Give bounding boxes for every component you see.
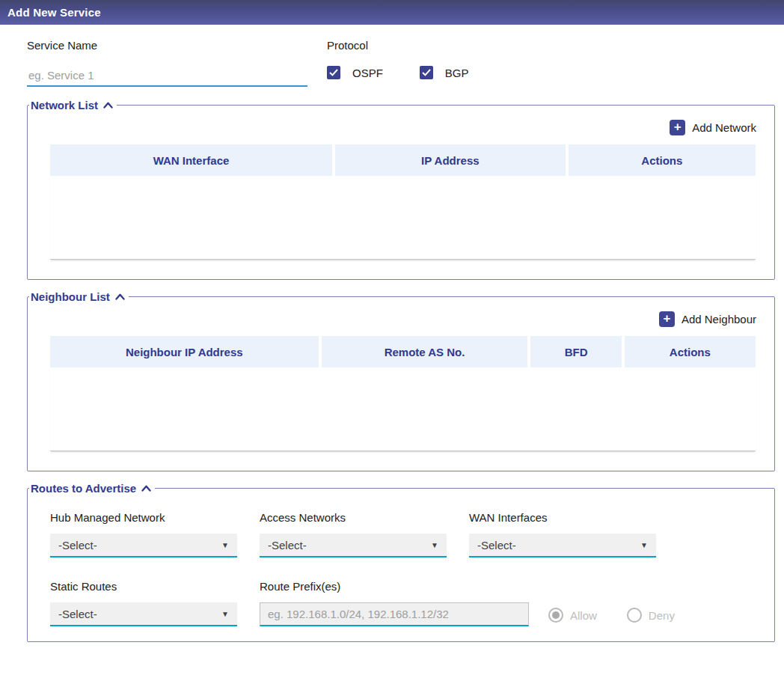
routes-collapse-icon[interactable] (141, 485, 151, 492)
network-list-title: Network List (31, 99, 98, 112)
dropdown-arrow-icon: ▼ (221, 541, 229, 549)
routes-legend: Routes to Advertise (29, 482, 155, 495)
form-body: Service Name Protocol OSPF (0, 25, 784, 642)
dialog-title: Add New Service (7, 6, 101, 19)
hub-managed-network-label: Hub Managed Network (50, 511, 237, 524)
allow-radio-label: Allow (570, 609, 597, 622)
network-list-collapse-icon[interactable] (103, 102, 113, 109)
column-header-bfd: BFD (530, 336, 621, 367)
service-protocol-row: Service Name Protocol OSPF (27, 39, 775, 87)
route-prefixes-field: Route Prefix(es) (260, 580, 529, 626)
static-routes-select[interactable]: -Select- ▼ (50, 602, 237, 626)
plus-icon: + (659, 311, 675, 327)
deny-radio-option[interactable]: Deny (627, 608, 675, 623)
service-name-input[interactable] (27, 67, 307, 87)
hub-managed-network-field: Hub Managed Network -Select- ▼ (50, 511, 237, 558)
neighbour-table-body-empty (50, 367, 756, 451)
add-neighbour-button[interactable]: + Add Neighbour (659, 311, 756, 327)
ospf-checkbox-option[interactable]: OSPF (327, 66, 383, 79)
add-network-button[interactable]: + Add Network (670, 120, 756, 135)
deny-radio[interactable] (627, 608, 642, 623)
plus-icon: + (670, 120, 685, 135)
protocol-options: OSPF BGP (327, 66, 506, 79)
neighbour-table-header: Neighbour IP Address Remote AS No. BFD A… (50, 336, 756, 367)
ospf-checkbox[interactable] (327, 66, 340, 79)
routes-row-1: Hub Managed Network -Select- ▼ Access Ne… (50, 511, 774, 558)
dropdown-arrow-icon: ▼ (221, 610, 229, 618)
network-list-legend: Network List (29, 99, 117, 112)
access-networks-value: -Select- (268, 539, 307, 552)
column-header-ip-address: IP Address (335, 144, 566, 176)
protocol-field: Protocol OSPF BGP (327, 39, 506, 87)
access-networks-label: Access Networks (260, 511, 447, 524)
bgp-checkbox[interactable] (420, 66, 433, 79)
network-table-body-empty (50, 176, 756, 260)
bgp-checkbox-option[interactable]: BGP (420, 66, 469, 79)
service-name-label: Service Name (27, 39, 327, 52)
bgp-checkbox-label: BGP (445, 67, 469, 79)
wan-interfaces-value: -Select- (477, 539, 516, 552)
network-table-header: WAN Interface IP Address Actions (50, 144, 756, 176)
network-list-toolbar: + Add Network (28, 112, 774, 135)
checkmark-icon (422, 69, 431, 76)
static-routes-value: -Select- (58, 608, 97, 620)
column-header-actions: Actions (625, 336, 756, 367)
add-network-label: Add Network (692, 121, 756, 134)
add-neighbour-label: Add Neighbour (682, 313, 756, 326)
dropdown-arrow-icon: ▼ (640, 541, 648, 549)
routes-to-advertise-section: Routes to Advertise Hub Managed Network … (27, 482, 775, 642)
ospf-checkbox-label: OSPF (352, 67, 383, 79)
hub-managed-network-select[interactable]: -Select- ▼ (50, 534, 237, 558)
neighbour-list-collapse-icon[interactable] (115, 293, 125, 300)
radio-selected-dot (552, 611, 560, 619)
static-routes-field: Static Routes -Select- ▼ (50, 580, 237, 626)
column-header-remote-as: Remote AS No. (322, 336, 528, 367)
neighbour-list-toolbar: + Add Neighbour (28, 303, 774, 327)
route-prefixes-label: Route Prefix(es) (260, 580, 529, 593)
dialog-header: Add New Service (0, 0, 784, 25)
column-header-actions: Actions (569, 144, 756, 176)
protocol-label: Protocol (327, 39, 506, 52)
wan-interfaces-field: WAN Interfaces -Select- ▼ (469, 511, 656, 558)
policy-radio-group: Allow Deny (548, 580, 705, 626)
neighbour-list-title: Neighbour List (31, 290, 110, 303)
routes-row-2: Static Routes -Select- ▼ Route Prefix(es… (50, 580, 774, 626)
neighbour-list-legend: Neighbour List (29, 290, 129, 303)
allow-radio[interactable] (548, 608, 563, 623)
routes-title: Routes to Advertise (31, 482, 136, 495)
wan-interfaces-label: WAN Interfaces (469, 511, 656, 524)
access-networks-field: Access Networks -Select- ▼ (260, 511, 447, 558)
static-routes-label: Static Routes (50, 580, 237, 593)
neighbour-list-section: Neighbour List + Add Neighbour Neighbour… (27, 290, 775, 471)
neighbour-table: Neighbour IP Address Remote AS No. BFD A… (50, 336, 756, 451)
column-header-neighbour-ip: Neighbour IP Address (50, 336, 319, 367)
routes-form: Hub Managed Network -Select- ▼ Access Ne… (28, 495, 774, 641)
checkmark-icon (329, 69, 338, 76)
hub-managed-network-value: -Select- (58, 539, 97, 552)
wan-interfaces-select[interactable]: -Select- ▼ (469, 534, 656, 558)
network-table: WAN Interface IP Address Actions (50, 144, 756, 260)
allow-radio-option[interactable]: Allow (548, 608, 597, 623)
column-header-wan-interface: WAN Interface (50, 144, 332, 176)
service-name-field: Service Name (27, 39, 327, 87)
dropdown-arrow-icon: ▼ (431, 541, 438, 549)
access-networks-select[interactable]: -Select- ▼ (260, 534, 447, 558)
deny-radio-label: Deny (649, 609, 675, 622)
network-list-section: Network List + Add Network WAN Interface… (27, 99, 775, 280)
route-prefixes-input[interactable] (260, 602, 529, 626)
